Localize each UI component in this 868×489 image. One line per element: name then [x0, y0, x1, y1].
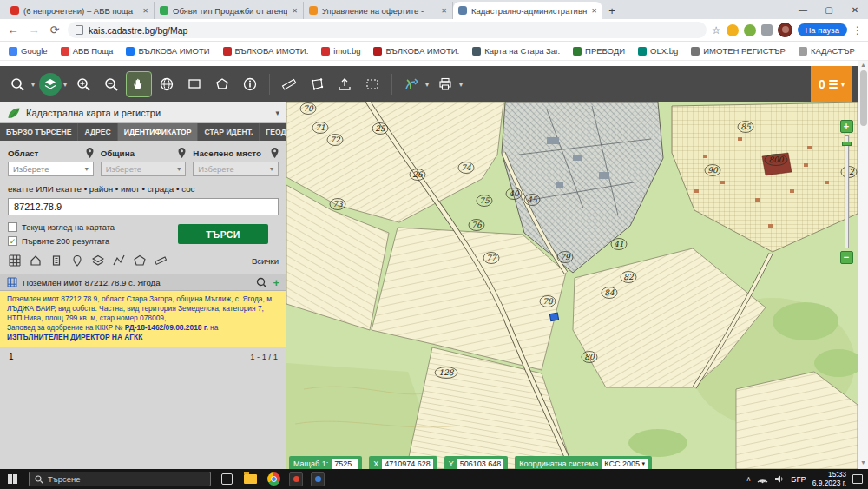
- x-coordinate-input[interactable]: 4710974.628: [382, 459, 433, 469]
- export-tool-button[interactable]: [332, 72, 357, 96]
- layers-tool-button[interactable]: [39, 73, 62, 96]
- checkbox-current-view[interactable]: Текущ изглед на картата: [8, 222, 115, 232]
- filter-house-icon[interactable]: [29, 254, 43, 268]
- select-region-tool-button[interactable]: [360, 72, 385, 96]
- browser-tab[interactable]: Кадастрално-административна✕: [453, 2, 602, 19]
- bookmark-item[interactable]: КАДАСТЪР: [799, 46, 855, 56]
- tab-close-icon[interactable]: ✕: [441, 7, 447, 15]
- address-bar[interactable]: kais.cadastre.bg/bg/Map: [68, 22, 707, 38]
- bookmark-item[interactable]: ИМОТЕН РЕГИСТЪР: [691, 46, 786, 56]
- zoom-out-tool-button[interactable]: [99, 72, 123, 96]
- selected-parcel[interactable]: [549, 313, 558, 320]
- filter-ruler-icon[interactable]: [154, 254, 168, 268]
- bookmark-item[interactable]: Google: [9, 46, 48, 56]
- chevron-down-icon[interactable]: ▾: [459, 81, 463, 89]
- select-rectangle-tool-button[interactable]: [182, 72, 207, 96]
- tab-close-icon[interactable]: ✕: [142, 7, 148, 15]
- directions-tool-button[interactable]: [399, 72, 424, 96]
- naseleno-myasto-select[interactable]: Изберете▾: [193, 162, 279, 176]
- sync-paused-button[interactable]: На пауза: [798, 23, 848, 36]
- profile-avatar[interactable]: [778, 23, 792, 37]
- chevron-down-icon[interactable]: ▾: [275, 109, 279, 117]
- bookmark-item[interactable]: АБВ Поща: [61, 46, 114, 56]
- window-minimize-button[interactable]: —: [790, 5, 816, 15]
- measure-area-tool-button[interactable]: [305, 72, 329, 96]
- zoom-in-tool-button[interactable]: [71, 72, 95, 96]
- volume-icon[interactable]: [774, 474, 785, 484]
- print-tool-button[interactable]: [433, 72, 457, 96]
- filter-polygon-icon[interactable]: [133, 254, 147, 268]
- extension-icon[interactable]: [727, 24, 739, 36]
- checkbox-box-checked[interactable]: ✓: [8, 236, 17, 246]
- checkbox-box[interactable]: [8, 222, 17, 232]
- browser-menu-icon[interactable]: ⋮: [852, 24, 863, 36]
- map-canvas[interactable]: 7071722526737475404576777978418284801289…: [286, 102, 858, 469]
- extension-icon[interactable]: [744, 24, 756, 36]
- results-count-button[interactable]: 0 ▾: [811, 66, 852, 102]
- scroll-up-icon[interactable]: ▲: [860, 62, 866, 70]
- filter-building-icon[interactable]: [49, 254, 63, 268]
- select-polygon-tool-button[interactable]: [210, 72, 234, 96]
- crs-select[interactable]: КСС 2005 ▾: [602, 459, 648, 469]
- bookmark-item[interactable]: OLX.bg: [638, 46, 678, 56]
- add-result-icon[interactable]: +: [273, 276, 279, 289]
- start-button[interactable]: [5, 472, 21, 487]
- zoom-out-button[interactable]: −: [840, 251, 853, 264]
- bookmark-item[interactable]: imot.bg: [321, 46, 360, 56]
- filter-grid-icon[interactable]: [8, 254, 22, 268]
- reload-button[interactable]: ⟳: [47, 23, 62, 36]
- panel-tab[interactable]: СТАР ИДЕНТ.: [198, 123, 260, 141]
- panel-tab[interactable]: АДРЕС: [78, 123, 117, 141]
- task-view-button[interactable]: [219, 472, 234, 487]
- browser-tab[interactable]: Управление на офертите -✕: [304, 2, 453, 19]
- zoom-slider[interactable]: [845, 135, 849, 248]
- browser-tab[interactable]: (6 непрочетени) – АБВ поща✕: [5, 2, 155, 19]
- filter-all-link[interactable]: Всички: [252, 256, 279, 266]
- identifier-input[interactable]: 87212.78.9: [8, 198, 279, 215]
- search-button[interactable]: ТЪРСИ: [178, 224, 268, 244]
- cadastral-map[interactable]: 7071722526737475404576777978418284801289…: [286, 102, 858, 469]
- back-button[interactable]: ←: [5, 23, 21, 36]
- bookmark-star-icon[interactable]: ☆: [712, 24, 721, 36]
- pinned-app-button[interactable]: [289, 472, 303, 486]
- notification-center-icon[interactable]: [852, 474, 863, 484]
- taskbar-search[interactable]: Търсене: [29, 472, 211, 486]
- obshtina-select[interactable]: Изберете▾: [101, 162, 187, 176]
- bookmark-item[interactable]: ВЪЛКОВА ИМОТИ: [126, 46, 209, 56]
- filter-pin-icon[interactable]: [70, 254, 84, 268]
- measure-length-tool-button[interactable]: [277, 72, 301, 96]
- zoom-to-result-icon[interactable]: [256, 277, 267, 288]
- scroll-down-icon[interactable]: ▼: [860, 459, 866, 468]
- tab-close-icon[interactable]: ✕: [292, 7, 298, 15]
- filter-polyline-icon[interactable]: [112, 254, 126, 268]
- page-number[interactable]: 1: [9, 352, 14, 361]
- panel-tab[interactable]: БЪРЗО ТЪРСЕНЕ: [0, 123, 78, 141]
- page-scrollbar[interactable]: ▲ ▼: [858, 61, 868, 469]
- oblast-select[interactable]: Изберете▾: [8, 162, 94, 176]
- pinned-app-button[interactable]: [311, 472, 325, 486]
- window-close-button[interactable]: ✕: [842, 5, 868, 15]
- scrollbar-thumb[interactable]: [860, 70, 867, 126]
- browser-tab[interactable]: Обяви тип Продажби от агенц...✕: [155, 2, 304, 19]
- checkbox-first-200[interactable]: ✓ Първите 200 резултата: [8, 236, 115, 246]
- forward-button[interactable]: →: [26, 23, 42, 36]
- bookmark-item[interactable]: ВЪЛКОВА ИМОТИ.: [223, 46, 309, 56]
- scale-input[interactable]: 7525: [332, 459, 358, 469]
- language-indicator[interactable]: БГР: [791, 475, 806, 484]
- chevron-down-icon[interactable]: ▾: [63, 81, 67, 89]
- file-explorer-button[interactable]: [242, 472, 258, 487]
- pan-hand-tool-button[interactable]: [127, 72, 151, 96]
- tray-expand-icon[interactable]: ∧: [746, 475, 752, 483]
- result-row[interactable]: Поземлен имот 87212.78.9 с. Ягода +: [0, 274, 286, 291]
- y-coordinate-input[interactable]: 506103.648: [457, 459, 504, 469]
- chevron-down-icon[interactable]: ▾: [31, 81, 35, 89]
- panel-header[interactable]: Кадастрална карта и регистри ▾: [0, 102, 286, 123]
- overview-globe-tool-button[interactable]: [155, 72, 179, 96]
- info-tool-button[interactable]: [238, 72, 262, 96]
- zoom-slider-thumb[interactable]: [842, 142, 852, 146]
- zoom-in-button[interactable]: +: [840, 120, 853, 133]
- extensions-puzzle-icon[interactable]: [761, 24, 773, 36]
- filter-layers-icon[interactable]: [91, 254, 105, 268]
- panel-tab[interactable]: ИДЕНТИФИКАТОР: [118, 123, 199, 141]
- bookmark-item[interactable]: ПРЕВОДИ: [573, 46, 625, 56]
